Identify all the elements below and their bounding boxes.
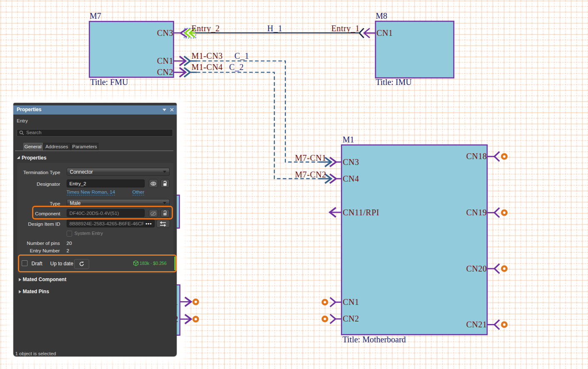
svg-text:M7-CN2: M7-CN2 bbox=[295, 170, 326, 179]
svg-text:Title: FMU: Title: FMU bbox=[90, 77, 129, 87]
svg-text:M1-CN3: M1-CN3 bbox=[191, 51, 223, 60]
svg-text:CN1: CN1 bbox=[343, 297, 359, 307]
svg-text:Title: Motherboard: Title: Motherboard bbox=[343, 335, 406, 344]
svg-text:C_2: C_2 bbox=[229, 62, 244, 72]
svg-text:M1-CN4: M1-CN4 bbox=[191, 62, 223, 72]
svg-text:CN4: CN4 bbox=[343, 174, 359, 183]
svg-text:H_1: H_1 bbox=[267, 24, 283, 33]
svg-text:CN18: CN18 bbox=[466, 152, 487, 161]
svg-text:M7-CN1: M7-CN1 bbox=[295, 153, 326, 162]
svg-text:CN19: CN19 bbox=[466, 208, 487, 217]
svg-text:CN2: CN2 bbox=[157, 67, 173, 77]
svg-text:CN2: CN2 bbox=[343, 314, 359, 323]
svg-text:C_1: C_1 bbox=[235, 51, 249, 60]
svg-text:CN20: CN20 bbox=[466, 264, 487, 273]
svg-text:Title: IMU: Title: IMU bbox=[376, 77, 412, 87]
svg-text:M7: M7 bbox=[90, 11, 101, 20]
svg-text:CN3: CN3 bbox=[343, 157, 359, 167]
svg-text:CN3: CN3 bbox=[157, 28, 173, 37]
svg-text:Entry_1: Entry_1 bbox=[331, 24, 360, 33]
svg-text:CN11/RPI: CN11/RPI bbox=[343, 208, 380, 217]
svg-text:Entry_2: Entry_2 bbox=[192, 24, 220, 33]
svg-text:M8: M8 bbox=[376, 11, 388, 20]
svg-text:CN1: CN1 bbox=[377, 28, 393, 37]
svg-text:CN21: CN21 bbox=[466, 320, 487, 329]
svg-text:M1: M1 bbox=[343, 135, 354, 144]
svg-text:CN1: CN1 bbox=[157, 56, 173, 65]
